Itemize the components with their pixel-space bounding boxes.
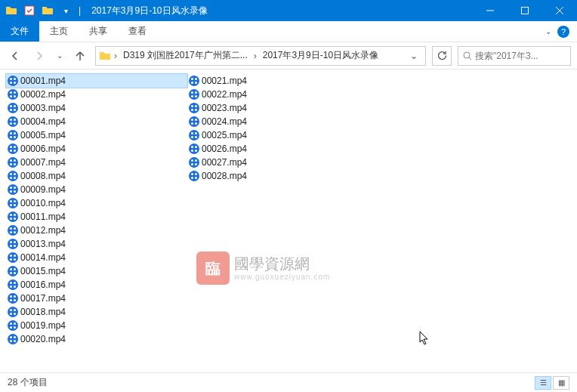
file-name: 00020.mp4	[20, 334, 66, 344]
breadcrumb-seg-2[interactable]: 2017年3月9日-10日风水录像	[260, 49, 381, 62]
breadcrumb-seg-1[interactable]: D319 刘国胜2017年广州第二...	[120, 49, 251, 62]
file-item[interactable]: 00003.mp4	[6, 101, 187, 115]
file-item[interactable]: 00006.mp4	[6, 142, 187, 156]
search-input[interactable]	[475, 51, 566, 61]
video-file-icon	[8, 225, 18, 236]
video-file-icon	[189, 103, 199, 113]
file-name: 00019.mp4	[20, 320, 66, 331]
file-item[interactable]: 00017.mp4	[6, 292, 187, 305]
video-file-icon	[8, 211, 18, 222]
video-file-icon	[8, 89, 18, 100]
view-toggles: ☰ ▦	[535, 376, 569, 390]
file-item[interactable]: 00015.mp4	[6, 264, 187, 278]
file-item[interactable]: 00004.mp4	[6, 115, 187, 128]
file-name: 00002.mp4	[20, 89, 66, 100]
file-name: 00025.mp4	[202, 130, 247, 140]
file-name: 00015.mp4	[20, 266, 66, 276]
file-item[interactable]: 00022.mp4	[187, 88, 369, 101]
quick-access-toolbar: ▾ |	[0, 2, 87, 19]
file-item[interactable]: 00007.mp4	[6, 156, 187, 169]
file-name: 00028.mp4	[202, 171, 247, 181]
file-item[interactable]: 00001.mp4	[6, 74, 187, 88]
file-item[interactable]: 00005.mp4	[6, 128, 187, 142]
chevron-right-icon[interactable]: ›	[113, 51, 119, 61]
file-item[interactable]: 00026.mp4	[187, 142, 369, 156]
window-title: 2017年3月9日-10日风水录像	[87, 5, 473, 17]
forward-button[interactable]	[30, 47, 48, 65]
file-item[interactable]: 00018.mp4	[6, 305, 187, 319]
folder-icon[interactable]	[39, 2, 56, 19]
video-file-icon	[189, 171, 199, 181]
video-file-icon	[189, 157, 199, 168]
expand-ribbon-icon[interactable]: ⌄	[545, 27, 551, 35]
file-name: 00027.mp4	[202, 157, 247, 168]
search-box[interactable]	[458, 46, 571, 66]
minimize-button[interactable]	[473, 0, 508, 21]
file-item[interactable]: 00023.mp4	[187, 101, 369, 115]
file-item[interactable]: 00011.mp4	[6, 210, 187, 224]
breadcrumb-dropdown-icon[interactable]: ⌄	[406, 51, 422, 61]
file-item[interactable]: 00010.mp4	[6, 196, 187, 210]
video-file-icon	[8, 171, 18, 181]
file-name: 00023.mp4	[202, 103, 247, 113]
svg-point-5	[464, 52, 470, 58]
file-item[interactable]: 00021.mp4	[187, 74, 369, 88]
video-file-icon	[8, 279, 18, 290]
file-item[interactable]: 00008.mp4	[6, 169, 187, 183]
file-name: 00003.mp4	[20, 103, 66, 113]
file-item[interactable]: 00020.mp4	[6, 332, 187, 346]
svg-rect-2	[522, 8, 529, 14]
video-file-icon	[8, 116, 18, 127]
folder-icon	[3, 2, 20, 19]
qat-dropdown-icon[interactable]: ▾	[57, 2, 74, 19]
video-file-icon	[189, 130, 199, 140]
file-name: 00016.mp4	[20, 279, 66, 290]
details-view-button[interactable]: ☰	[535, 376, 551, 390]
file-item[interactable]: 00009.mp4	[6, 183, 187, 196]
search-icon	[463, 51, 472, 60]
video-file-icon	[189, 116, 199, 127]
file-item[interactable]: 00024.mp4	[187, 115, 369, 128]
file-item[interactable]: 00025.mp4	[187, 128, 369, 142]
file-item[interactable]: 00028.mp4	[187, 169, 369, 183]
navigation-bar: ⌄ › D319 刘国胜2017年广州第二... › 2017年3月9日-10日…	[0, 42, 577, 69]
help-icon[interactable]: ?	[557, 26, 569, 38]
video-file-icon	[8, 76, 18, 86]
video-file-icon	[8, 266, 18, 276]
file-item[interactable]: 00002.mp4	[6, 88, 187, 101]
tab-view[interactable]: 查看	[118, 21, 157, 42]
file-name: 00013.mp4	[20, 239, 66, 249]
chevron-right-icon[interactable]: ›	[252, 51, 258, 61]
file-name: 00008.mp4	[20, 171, 66, 181]
up-button[interactable]	[71, 47, 89, 65]
file-item[interactable]: 00016.mp4	[6, 278, 187, 292]
close-button[interactable]	[542, 0, 577, 21]
separator: |	[79, 5, 81, 16]
video-file-icon	[189, 76, 199, 86]
video-file-icon	[8, 184, 18, 195]
file-item[interactable]: 00014.mp4	[6, 251, 187, 264]
video-file-icon	[8, 239, 18, 249]
tab-file[interactable]: 文件	[0, 21, 39, 42]
recent-dropdown[interactable]: ⌄	[54, 47, 65, 65]
file-name: 00024.mp4	[202, 116, 247, 127]
tab-share[interactable]: 共享	[79, 21, 118, 42]
refresh-button[interactable]	[432, 46, 452, 66]
icons-view-button[interactable]: ▦	[553, 376, 569, 390]
video-file-icon	[189, 89, 199, 100]
file-list-area: 00001.mp400002.mp400003.mp400004.mp40000…	[0, 69, 577, 371]
properties-icon[interactable]	[21, 2, 38, 19]
file-item[interactable]: 00013.mp4	[6, 237, 187, 251]
file-item[interactable]: 00027.mp4	[187, 156, 369, 169]
file-name: 00017.mp4	[20, 293, 66, 304]
back-button[interactable]	[6, 47, 24, 65]
file-item[interactable]: 00012.mp4	[6, 224, 187, 237]
tab-home[interactable]: 主页	[39, 21, 79, 42]
maximize-button[interactable]	[508, 0, 542, 21]
video-file-icon	[8, 307, 18, 317]
video-file-icon	[8, 334, 18, 344]
file-name: 00012.mp4	[20, 225, 66, 236]
file-item[interactable]: 00019.mp4	[6, 319, 187, 332]
breadcrumb[interactable]: › D319 刘国胜2017年广州第二... › 2017年3月9日-10日风水…	[95, 46, 426, 66]
file-name: 00014.mp4	[20, 252, 66, 263]
